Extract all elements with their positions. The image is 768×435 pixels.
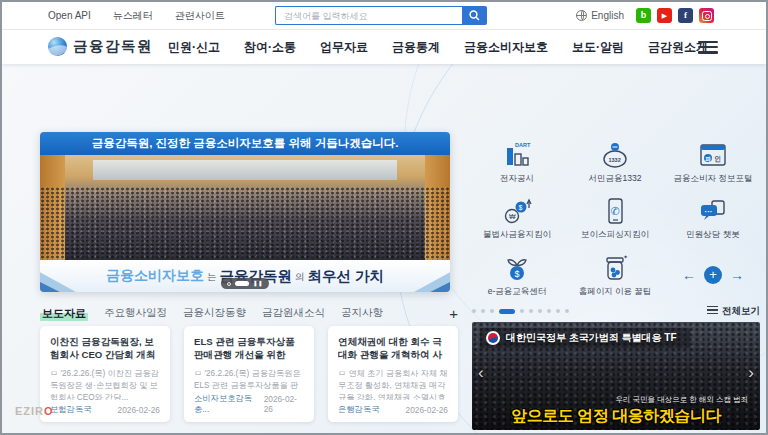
pagination-dot-active[interactable]: [499, 309, 515, 314]
pagination-dot[interactable]: [481, 309, 485, 313]
open-api-link[interactable]: Open API: [48, 10, 91, 21]
phone-icon: ✆: [567, 194, 663, 226]
nav-item-consumer-protection[interactable]: 금융소비자보호: [464, 39, 548, 56]
instagram-icon[interactable]: [699, 8, 714, 23]
news-card[interactable]: ELS 관련 금융투자상품 판매관행 개선을 위한 「금융소비자보호 ... ㅁ…: [184, 326, 314, 422]
banner-photo-screen: [93, 160, 396, 180]
utility-links: Open API 뉴스레터 관련사이트: [48, 2, 225, 29]
hamburger-menu-icon[interactable]: [698, 41, 718, 57]
coins-icon: ₩ $: [469, 194, 565, 226]
quicklink-edu-center[interactable]: $ e-금융교육센터: [469, 251, 565, 298]
carousel-dot[interactable]: [227, 282, 231, 286]
news-card-footer: 은행감독국 2026-02-26: [338, 404, 448, 415]
video-caption-small: 우리 국민을 대상으로 한 해외 스캠 범죄: [615, 395, 748, 405]
pagination-dot[interactable]: [556, 309, 560, 313]
quicklinks-prev-icon[interactable]: ←: [682, 268, 696, 282]
fss-logo-text: 금융감독원: [73, 37, 153, 56]
tab-notices[interactable]: 공지사항: [341, 306, 383, 320]
banner-headline: 금융감독원, 진정한 금융소비자보호를 위해 거듭나겠습니다.: [40, 132, 450, 155]
view-all-label: 전체보기: [722, 305, 760, 318]
pagination-dot[interactable]: [472, 309, 476, 313]
pagination-dot[interactable]: [547, 309, 551, 313]
nav-item-press[interactable]: 보도·알림: [572, 39, 624, 56]
news-card-title: 이찬진 금융감독원장, 보험회사 CEO 간담회 개최: [50, 335, 160, 362]
tab-market-trends[interactable]: 금융시장동향: [183, 306, 246, 320]
svg-text:₩: ₩: [509, 213, 516, 220]
carousel-controls[interactable]: ❚❚: [221, 278, 269, 289]
pagination-dot[interactable]: [565, 309, 569, 313]
main-navbar: 금융감독원 민원·신고 참여·소통 업무자료 금융통계 금융소비자보호 보도·알…: [2, 30, 766, 64]
slogan-value: 최우선 가치: [307, 267, 384, 286]
related-sites-link[interactable]: 관련사이트: [175, 9, 225, 23]
media-pagination: 전체보기: [472, 305, 760, 317]
pagination-dot[interactable]: [529, 309, 533, 313]
quicklink-1332[interactable]: 1332 서민금융1332: [567, 138, 663, 185]
view-all-button[interactable]: 전체보기: [707, 305, 760, 318]
pagination-dot[interactable]: [520, 309, 524, 313]
quicklink-label: 민원상담 챗봇: [665, 229, 761, 241]
tab-events[interactable]: 주요행사일정: [104, 306, 167, 320]
quicklink-label: 금융소비자 정보포털: [665, 173, 761, 185]
svg-text:✦: ✦: [623, 254, 628, 260]
pause-icon[interactable]: ❚❚: [253, 281, 263, 287]
nav-item-statistics[interactable]: 금융통계: [392, 39, 440, 56]
video-next-icon[interactable]: ›: [748, 363, 754, 380]
news-card-dept: 은행감독국: [338, 404, 379, 415]
chatbot-icon: ···: [665, 194, 761, 226]
facebook-icon[interactable]: f: [678, 8, 693, 23]
svg-text:인: 인: [714, 155, 721, 163]
quicklink-illegal-finance[interactable]: ₩ $ 불법사금융지킴이: [469, 194, 565, 241]
svg-text:DART: DART: [515, 142, 531, 148]
nav-item-participation[interactable]: 참여·소통: [244, 39, 296, 56]
nav-item-complaints[interactable]: 민원·신고: [168, 39, 220, 56]
video-thumbnail[interactable]: 대한민국정부 초국가범죄 특별대응 TF 우리 국민을 대상으로 한 해외 스캠…: [472, 322, 760, 430]
banner-photo-crowd: [40, 187, 450, 261]
quick-links: DART 전자공시 1332 서민금융1332: [468, 133, 762, 303]
newsletter-link[interactable]: 뉴스레터: [113, 9, 153, 23]
search-input[interactable]: [275, 6, 462, 25]
quicklink-chatbot[interactable]: ··· 민원상담 챗봇: [665, 194, 761, 241]
quicklink-tips[interactable]: ✦ 홈페이지 이용 꿀팁: [567, 251, 663, 298]
search-button[interactable]: [462, 6, 487, 25]
news-more-button[interactable]: +: [449, 306, 458, 321]
quicklink-fine-portal[interactable]: 파 인 금융소비자 정보포털: [665, 138, 761, 185]
quicklink-dart[interactable]: DART 전자공시: [469, 138, 565, 185]
news-card[interactable]: 이찬진 금융감독원장, 보험회사 CEO 간담회 개최 ㅁ '26.2.26.(…: [40, 326, 170, 422]
video-title: 대한민국정부 초국가범죄 특별대응 TF: [506, 331, 677, 345]
quicklinks-next-icon[interactable]: →: [730, 268, 744, 282]
honey-jar-icon: ✦: [567, 251, 663, 283]
svg-text:파: 파: [705, 155, 711, 162]
slogan-particle: 는: [207, 268, 217, 284]
news-card-date: 2026-02-26: [264, 394, 304, 414]
news-card-body: ㅁ 연체 초기 금융회사 자체 채무조정 활성화, 연체채권 매각규율 강화, …: [338, 368, 448, 400]
quicklink-label: 서민금융1332: [567, 173, 663, 185]
dart-chart-icon: DART: [469, 138, 565, 170]
language-switch[interactable]: English: [576, 10, 624, 21]
news-card[interactable]: 연체채권에 대한 회수 극대화 관행을 개혁하여 사람을 살리는 ㅁ 연체 초기…: [328, 326, 458, 422]
fss-globe-icon: [48, 37, 67, 56]
youtube-icon[interactable]: ▶: [657, 8, 672, 23]
korea-gov-logo-icon: [486, 331, 500, 345]
language-label: English: [591, 10, 624, 21]
video-caption-big: 앞으로도 엄정 대응하겠습니다: [472, 406, 760, 427]
tab-fss-news[interactable]: 금감원새소식: [262, 306, 325, 320]
slogan-highlight: 금융소비자보호: [106, 267, 204, 285]
video-prev-icon[interactable]: ‹: [478, 363, 484, 380]
hero-carousel[interactable]: 금융감독원, 진정한 금융소비자보호를 위해 거듭나겠습니다. 금융소비자보호 …: [40, 132, 450, 292]
quicklink-voice-phishing[interactable]: ✆ 보이스피싱지킴이: [567, 194, 663, 241]
svg-text:$: $: [515, 269, 520, 279]
search-box: [275, 6, 487, 25]
news-card-dept: 보험감독국: [50, 404, 91, 415]
pagination-dot[interactable]: [538, 309, 542, 313]
news-card-footer: 소비자보호감독총... 2026-02-26: [194, 393, 304, 415]
tab-press-releases[interactable]: 보도자료: [40, 306, 88, 321]
nav-menu: 민원·신고 참여·소통 업무자료 금융통계 금융소비자보호 보도·알림 금감원소…: [168, 30, 708, 64]
quicklinks-pager: ← + →: [682, 266, 744, 284]
fss-logo[interactable]: 금융감독원: [48, 37, 153, 56]
pagination-dot[interactable]: [490, 309, 494, 313]
globe-icon: [576, 10, 587, 21]
quicklink-label: 홈페이지 이용 꿀팁: [567, 286, 663, 298]
blog-icon[interactable]: b: [636, 8, 651, 23]
nav-item-work-materials[interactable]: 업무자료: [320, 39, 368, 56]
quicklinks-expand-button[interactable]: +: [704, 266, 722, 284]
